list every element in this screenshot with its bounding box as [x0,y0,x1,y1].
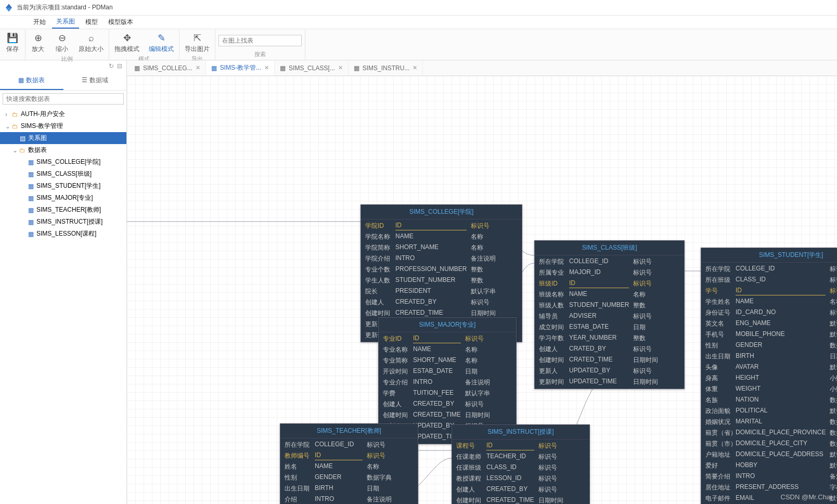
table-row: 班级名称NAME名称 [535,289,684,300]
table-row: 学院名称NAME名称 [361,231,522,242]
sidebar-search-input[interactable] [3,93,124,105]
table: ▦ [27,171,34,178]
er-canvas[interactable]: SIMS_COLLEGE[学院]学院IDID标识号学院名称NAME名称学院简称S… [127,76,837,504]
table-row: 所在班级CLASS_ID标识号 [701,275,837,286]
export-image-button[interactable]: ⇱导出图片 [183,31,212,55]
table-row: 创建时间CRATED_TIME日期时间 [535,355,684,366]
tree-node[interactable]: ▦SIMS_TEACHER[教师] [0,204,126,216]
canvas-search-input[interactable] [218,35,302,46]
toolbar-group-export: ⇱导出图片 导出 [179,29,215,60]
table-row: 头像AVATAR默认字串 [701,362,837,373]
zoom-in-button[interactable]: ⊕放大 [29,31,47,55]
table-row: 所属专业MAJOR_ID标识号 [535,267,684,278]
table-row: 籍贯（市）DOMICILE_PLACE_CITY数据字典 [701,438,837,449]
table-row: 简要介绍INTRO备注说明 [701,471,837,482]
tab-label: SIMS_CLASS[... [289,64,335,72]
refresh-icon[interactable]: ↻ [109,62,114,70]
tab-icon: ▦ [280,64,286,72]
table-row: 手机号MOBILE_PHONE默认字串 [701,329,837,340]
group-label-search: 搜索 [254,50,266,59]
chevron-icon: › [5,111,11,118]
zoom-reset-button[interactable]: ⌕原始大小 [76,32,106,55]
table-row: 学院IDID标识号 [361,221,522,231]
table-row: 所在学院COLLEGE_ID标识号 [280,440,418,450]
editor-tab[interactable]: ▦SIMS_INSTRU...✕ [349,61,423,75]
edit-mode-button[interactable]: ✎编辑模式 [147,31,176,55]
menu-bar: 开始关系图模型模型版本 [0,16,837,29]
collapse-icon[interactable]: ⊟ [117,62,122,70]
tab-label: SIMS-教学管... [220,63,261,72]
sidebar-tabs: ▦数据表 ☰数据域 [0,72,126,91]
table-header: SIMS_INSTRUCT[授课] [452,425,589,440]
table-header: SIMS_MAJOR[专业] [379,318,516,332]
drag-mode-button[interactable]: ✥拖拽模式 [112,31,141,55]
toolbar-group-mode: ✥拖拽模式 ✎编辑模式 模式 [109,29,179,60]
menu-3[interactable]: 模型版本 [104,16,137,28]
toolbar-group-scale: ⊕放大 ⊖缩小 ⌕原始大小 比例 [25,29,109,60]
er-table-class[interactable]: SIMS_CLASS[班级]所在学院COLLEGE_ID标识号所属专业MAJOR… [534,240,685,389]
table-row: 创建时间CREATED_TIME日期时间 [452,495,589,504]
table-row: 出生日期BIRTH日期 [701,351,837,362]
tree-node[interactable]: ⌄🗀数据表 [0,144,126,156]
er-table-instruct[interactable]: SIMS_INSTRUCT[授课]课程号ID标识号任课老师TEACHER_ID标… [452,424,590,504]
table-row: 辅导员ADVISER标识号 [535,311,684,322]
tab-label: SIMS_INSTRU... [363,64,410,72]
tree-node[interactable]: ▦SIMS_STUDENT[学生] [0,180,126,192]
menu-0[interactable]: 开始 [29,16,50,28]
table: ▦ [27,230,34,238]
table-row: 学费TUITION_FEE默认字串 [379,388,516,399]
table-header: SIMS_COLLEGE[学院] [361,205,522,219]
grid-icon: ▦ [18,76,24,84]
save-button[interactable]: 💾保存 [3,31,22,55]
editor-tab[interactable]: ▦SIMS_COLLEG...✕ [129,61,206,75]
tree-node[interactable]: ⌄🗀SIMS-教学管理 [0,120,126,132]
tree-label: SIMS_MAJOR[专业] [36,193,93,202]
export-icon: ⇱ [194,32,201,44]
table-row: 更新时间UPDATED_TIME日期时间 [535,377,684,387]
table: ▦ [27,218,34,226]
tree-node[interactable]: ▦SIMS_LESSON[课程] [0,228,126,240]
table-row: 专业名称NAME名称 [379,344,516,355]
tree-node[interactable]: ▦SIMS_COLLEGE[学院] [0,156,126,168]
zoom-reset-icon: ⌕ [88,33,94,44]
table-row: 体重WEIGHT小数 [701,384,837,395]
zoom-in-icon: ⊕ [34,32,42,44]
folder: 🗀 [11,111,19,118]
table-row: 性别GENDER数据字典 [701,340,837,351]
tree-node[interactable]: ▦SIMS_INSTRUCT[授课] [0,216,126,228]
menu-2[interactable]: 模型 [81,16,102,28]
tree-node[interactable]: ▦SIMS_CLASS[班级] [0,168,126,180]
tab-data-tables[interactable]: ▦数据表 [0,72,63,90]
tree-node[interactable]: ▦SIMS_MAJOR[专业] [0,192,126,204]
editor-tab[interactable]: ▦SIMS_CLASS[...✕ [275,61,349,75]
table: ▦ [27,183,34,190]
menu-1[interactable]: 关系图 [52,16,79,29]
tab-data-domains[interactable]: ☰数据域 [63,72,127,90]
tree-label: AUTH-用户安全 [21,110,65,119]
save-label: 保存 [6,45,19,54]
table-row: 创建人CRATED_BY标识号 [535,344,684,355]
editor-tab[interactable]: ▦SIMS-教学管...✕ [206,61,275,75]
close-icon[interactable]: ✕ [196,64,200,71]
er-table-student[interactable]: SIMS_STUDENT[学生]所在学院COLLEGE_ID标识号所在班级CLA… [701,248,837,504]
zoom-out-button[interactable]: ⊖缩小 [53,31,71,55]
table-row: 名族NATION数据字典 [701,395,837,406]
close-icon[interactable]: ✕ [264,64,269,71]
table-row: 创建时间CREATED_TIME日期时间 [379,410,516,421]
close-icon[interactable]: ✕ [413,64,417,71]
chevron-icon: ⌄ [5,123,11,130]
er-table-teacher[interactable]: SIMS_TEACHER[教师]所在学院COLLEGE_ID标识号教师编号ID标… [280,423,418,504]
table-row: 学生人数STUDENT_NUMBER整数 [361,275,522,286]
tab-icon: ▦ [211,64,217,72]
table-row: 身高HEIGHT小数 [701,373,837,384]
tree-node[interactable]: ▤关系图 [0,132,126,144]
tree-node[interactable]: ›🗀AUTH-用户安全 [0,108,126,120]
table-row: 班级人数STUDENT_NUMBER整数 [535,300,684,311]
close-icon[interactable]: ✕ [338,64,343,71]
table-row: 所在学院COLLEGE_ID标识号 [535,256,684,267]
folder: 🗀 [19,147,26,154]
tree-label: SIMS_LESSON[课程] [36,229,96,238]
table-row: 政治面貌POLITICAL默认字串 [701,406,837,417]
table-row: 班级IDID标识号 [535,278,684,289]
table-row: 专业个数PROFESSION_NUMBER整数 [361,264,522,275]
